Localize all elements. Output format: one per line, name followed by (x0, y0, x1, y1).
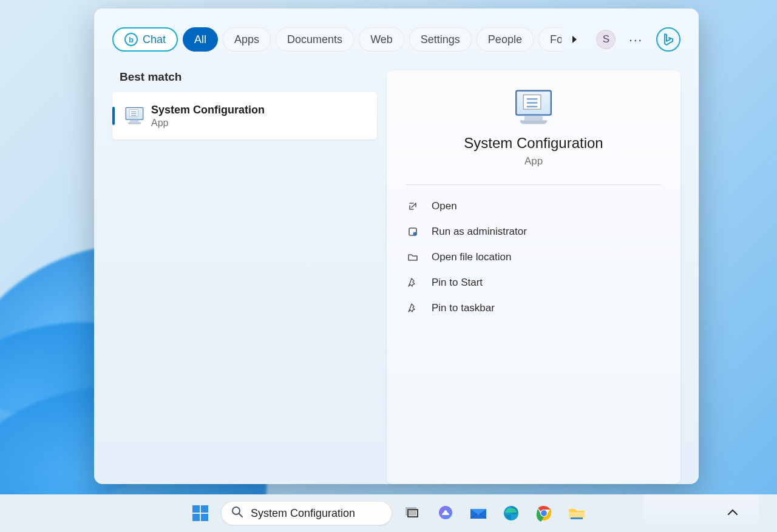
header-right: S ··· (596, 27, 680, 52)
result-subtitle: App (151, 118, 265, 129)
system-configuration-icon (512, 90, 555, 125)
tab-label: People (488, 33, 522, 46)
action-list: Open Run as administrator Open file loca… (387, 194, 680, 321)
result-icon (118, 102, 148, 130)
svg-rect-5 (201, 514, 208, 521)
svg-rect-3 (201, 505, 208, 513)
bing-logo-icon (662, 33, 674, 46)
chat-button[interactable] (433, 501, 458, 525)
shield-icon (406, 226, 419, 237)
task-view-button[interactable] (401, 501, 425, 525)
result-title: System Configuration (151, 104, 265, 116)
tab-all[interactable]: All (183, 27, 218, 52)
action-pin-to-start[interactable]: Pin to Start (406, 270, 661, 295)
chat-tab-label: Chat (143, 33, 166, 46)
detail-subtitle: App (387, 155, 680, 167)
more-options[interactable]: ··· (625, 30, 646, 49)
avatar-letter: S (603, 33, 609, 45)
system-configuration-icon (124, 107, 142, 125)
svg-point-1 (413, 232, 417, 236)
file-explorer-button[interactable] (565, 501, 589, 525)
search-input[interactable] (251, 507, 392, 520)
action-label: Pin to taskbar (432, 302, 495, 314)
chevron-up-icon (727, 509, 738, 516)
tab-people[interactable]: People (477, 27, 534, 52)
bing-button[interactable] (656, 27, 680, 52)
selection-accent (112, 107, 115, 125)
bing-icon: b (124, 33, 138, 46)
tray-overflow-button[interactable] (727, 508, 738, 519)
pin-icon (406, 303, 419, 314)
tab-apps[interactable]: Apps (223, 27, 271, 52)
open-icon (406, 201, 419, 212)
tab-label: Settings (421, 33, 460, 46)
taskbar (0, 494, 777, 532)
taskbar-search-box[interactable] (221, 501, 392, 525)
taskbar-center (188, 501, 589, 525)
tab-label: Documents (287, 33, 342, 46)
edge-icon (502, 504, 520, 522)
search-icon (231, 506, 243, 520)
user-avatar[interactable]: S (596, 30, 616, 49)
svg-rect-2 (192, 505, 200, 513)
divider (406, 184, 661, 185)
chrome-button[interactable] (532, 501, 556, 525)
tab-documents[interactable]: Documents (276, 27, 354, 52)
filter-tabs-scroll: b Chat All Apps Documents Web Settings P… (112, 27, 562, 52)
edge-button[interactable] (499, 501, 523, 525)
chrome-icon (535, 504, 553, 522)
filter-tabs-row: b Chat All Apps Documents Web Settings P… (94, 8, 699, 56)
svg-rect-19 (571, 517, 583, 519)
detail-icon (387, 93, 680, 121)
tab-label: All (194, 33, 206, 46)
chat-tab[interactable]: b Chat (112, 27, 178, 52)
mail-icon (469, 504, 488, 522)
best-match-label: Best match (112, 70, 377, 92)
result-texts: System Configuration App (151, 104, 265, 129)
folder-icon (406, 252, 419, 263)
folder-icon (567, 504, 586, 522)
svg-rect-9 (405, 507, 416, 516)
chat-icon (436, 504, 455, 522)
tab-settings[interactable]: Settings (409, 27, 472, 52)
svg-rect-4 (192, 514, 200, 521)
action-label: Pin to Start (432, 277, 483, 289)
results-left-column: Best match System Configuration App (112, 70, 377, 484)
svg-rect-12 (444, 510, 447, 514)
svg-point-6 (232, 507, 240, 514)
start-button[interactable] (188, 501, 212, 525)
action-open[interactable]: Open (406, 194, 661, 219)
windows-icon (191, 504, 209, 522)
results-body: Best match System Configuration App (94, 56, 699, 484)
tab-label: Apps (234, 33, 259, 46)
tab-web[interactable]: Web (359, 27, 404, 52)
action-pin-to-taskbar[interactable]: Pin to taskbar (406, 295, 661, 321)
tabs-scroll-right[interactable] (568, 27, 581, 52)
best-match-result[interactable]: System Configuration App (112, 92, 377, 140)
result-detail-panel: System Configuration App Open Run as adm… (387, 70, 680, 484)
chevron-right-icon (571, 35, 578, 44)
action-run-as-admin[interactable]: Run as administrator (406, 219, 661, 244)
taskbar-right-tray (643, 494, 759, 532)
tab-label: Folders (550, 33, 562, 46)
tab-label: Web (370, 33, 393, 46)
pin-icon (406, 277, 419, 288)
action-label: Open file location (432, 251, 511, 263)
action-label: Run as administrator (432, 226, 527, 238)
tab-folders[interactable]: Folders (538, 27, 562, 52)
action-open-file-location[interactable]: Open file location (406, 244, 661, 270)
mail-button[interactable] (466, 501, 490, 525)
action-label: Open (432, 200, 457, 212)
task-view-icon (404, 504, 422, 522)
detail-title: System Configuration (387, 135, 680, 152)
search-results-panel: b Chat All Apps Documents Web Settings P… (94, 8, 699, 484)
